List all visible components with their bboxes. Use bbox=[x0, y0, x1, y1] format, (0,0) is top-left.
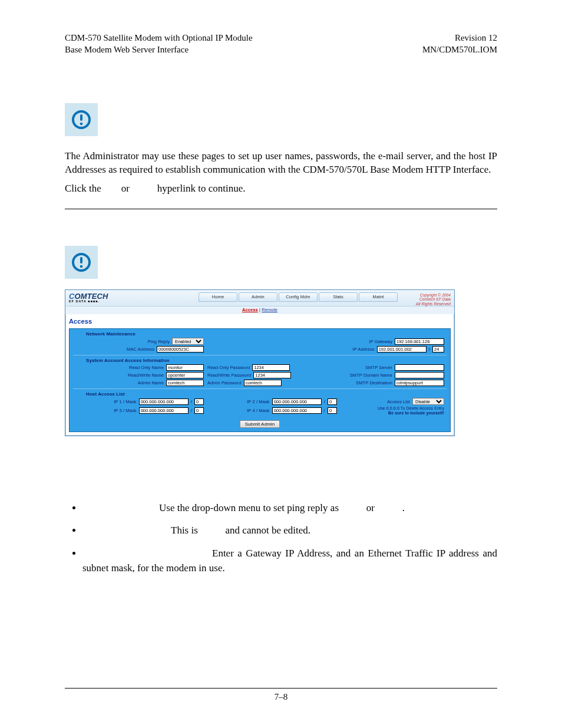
subnav-remote[interactable]: Remote bbox=[262, 307, 277, 312]
svg-rect-4 bbox=[80, 257, 82, 263]
ip-gateway-input[interactable] bbox=[395, 338, 444, 345]
sect-host-access: Host Access List bbox=[73, 388, 447, 398]
ping-reply-select[interactable]: Enabled bbox=[172, 338, 204, 345]
svg-point-5 bbox=[80, 265, 83, 268]
read-only-name-input[interactable] bbox=[166, 364, 204, 371]
bullet-3a: Enter a Gateway IP Address, and an Ether… bbox=[212, 548, 479, 559]
tab-stats[interactable]: Stats bbox=[319, 292, 358, 302]
hdr-rev: Revision 12 bbox=[422, 32, 497, 44]
nav-tabs: Home Admin Config Mdm Stats Maint bbox=[199, 292, 399, 302]
ip3-mask[interactable] bbox=[194, 407, 204, 414]
read-only-password-input[interactable] bbox=[252, 364, 290, 371]
host-note: Use 0.0.0.0 To Delete Access Entry Be su… bbox=[340, 406, 444, 415]
ip3-input[interactable] bbox=[139, 407, 189, 414]
page-number: 7–8 bbox=[275, 692, 288, 701]
hdr-title-line1: CDM-570 Satellite Modem with Optional IP… bbox=[65, 32, 253, 44]
page-title: Access bbox=[65, 314, 454, 328]
ip2-mask[interactable] bbox=[328, 398, 337, 405]
brand-logo: COMTECH EF DATA ■■■■. bbox=[69, 292, 108, 304]
ip-address-input[interactable] bbox=[377, 346, 427, 353]
intro-para-2a: Click the bbox=[65, 183, 101, 194]
bullet-1b: or bbox=[366, 502, 375, 513]
ip1-input[interactable] bbox=[139, 398, 189, 405]
tab-config-mdm[interactable]: Config Mdm bbox=[279, 292, 318, 302]
smtp-domain-input[interactable] bbox=[395, 372, 444, 378]
smtp-server-input[interactable] bbox=[395, 364, 444, 371]
submit-admin-button[interactable]: Submit Admin bbox=[240, 420, 280, 428]
sub-nav: Access | Remote bbox=[65, 307, 454, 314]
brand-subtitle: EF DATA ■■■■. bbox=[69, 300, 108, 304]
admin-access-app: COMTECH EF DATA ■■■■. Home Admin Config … bbox=[65, 289, 455, 436]
bullet-2a: This is bbox=[171, 525, 198, 536]
tab-admin[interactable]: Admin bbox=[239, 292, 277, 302]
sect-network-maintenance: Network Maintenance bbox=[73, 329, 447, 338]
ip2-input[interactable] bbox=[272, 398, 322, 405]
ip4-mask[interactable] bbox=[328, 407, 337, 414]
ip-mask-input[interactable] bbox=[432, 346, 444, 353]
bullet-1c: . bbox=[402, 502, 405, 513]
hdr-title-line2: Base Modem Web Server Interface bbox=[65, 44, 253, 55]
ip4-input[interactable] bbox=[272, 407, 322, 414]
svg-point-2 bbox=[80, 122, 83, 125]
admin-name-input[interactable] bbox=[166, 380, 204, 386]
mac-address-input bbox=[157, 346, 204, 353]
tab-maint[interactable]: Maint bbox=[359, 292, 398, 302]
subnav-access[interactable]: Access bbox=[242, 307, 258, 312]
admin-password-input[interactable] bbox=[244, 380, 282, 386]
smtp-destination-input[interactable] bbox=[395, 380, 444, 386]
hdr-docid: MN/CDM570L.IOM bbox=[422, 44, 497, 55]
svg-rect-1 bbox=[80, 114, 82, 121]
read-write-password-input[interactable] bbox=[253, 372, 291, 378]
access-list-select[interactable]: Disable bbox=[412, 398, 444, 405]
copyright-block: Copyright © 2004 Comtech EF Data All Rig… bbox=[402, 292, 451, 306]
intro-para-1: The Administrator may use these pages to… bbox=[65, 149, 497, 177]
bullet-1a: Use the drop-down menu to set ping reply… bbox=[159, 502, 339, 513]
notice-icon-2 bbox=[65, 246, 98, 279]
read-write-name-input[interactable] bbox=[166, 372, 204, 378]
ip1-mask[interactable] bbox=[194, 398, 204, 405]
tab-home[interactable]: Home bbox=[199, 292, 237, 302]
sect-system-account: System Account Access Information bbox=[73, 355, 447, 364]
intro-para-2c: hyperlink to continue. bbox=[157, 183, 246, 194]
notice-icon bbox=[65, 103, 98, 136]
bullet-2b: and cannot be edited. bbox=[226, 525, 310, 536]
intro-para-2b: or bbox=[121, 183, 130, 194]
